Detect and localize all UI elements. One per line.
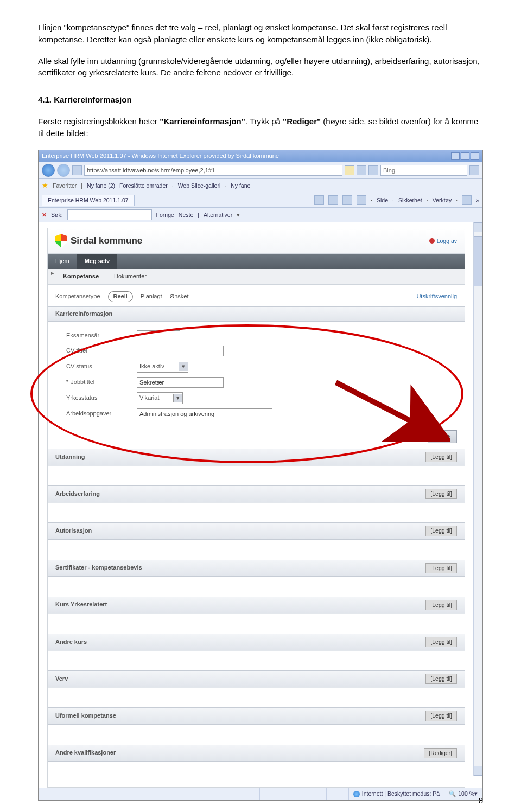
scroll-up-arrow[interactable] (474, 222, 482, 232)
refresh-icon[interactable] (357, 165, 366, 175)
chevron-down-icon: ▾ (179, 362, 188, 371)
browser-tab[interactable]: Enterprise HRM Web 2011.1.07 (42, 195, 135, 206)
help-icon[interactable] (462, 195, 472, 205)
find-label: Søk: (51, 211, 63, 219)
close-button[interactable] (471, 152, 479, 160)
section-positions[interactable]: Verv [Legg til] (48, 670, 465, 687)
find-input[interactable] (67, 209, 152, 220)
section-informal[interactable]: Uformell kompetanse [Legg til] (48, 707, 465, 724)
section-experience[interactable]: Arbeidserfaring [Legg til] (48, 485, 465, 502)
label-job-title: *Jobbtittel (66, 378, 137, 387)
lock-icon (345, 165, 354, 175)
stop-icon[interactable] (368, 165, 378, 175)
section-other-qualifications[interactable]: Andre kvalifikasjoner [Rediger] (48, 745, 465, 762)
mail-icon[interactable] (342, 195, 352, 205)
save-button[interactable]: Lagre (428, 430, 457, 443)
star-icon[interactable]: ★ (42, 181, 48, 191)
fav-link-4[interactable]: Ny fane (231, 182, 250, 190)
add-positions-button[interactable]: [Legg til] (425, 674, 457, 684)
label-work-status: Yrkesstatus (66, 394, 137, 402)
label-cv-title: CV tittel (66, 347, 137, 355)
cancel-button[interactable]: Avbryt (402, 433, 418, 439)
section-related-courses[interactable]: Kurs Yrkesrelatert [Legg til] (48, 597, 465, 613)
logout-link[interactable]: Logg av (429, 237, 457, 245)
minimize-button[interactable] (451, 152, 460, 160)
ktype-planned[interactable]: Planlagt (141, 292, 162, 301)
find-bar: ✕ Søk: Forrige Neste | Alternativer ▾ (39, 208, 482, 222)
scroll-thumb[interactable] (474, 236, 482, 286)
brand: Sirdal kommune (55, 234, 142, 248)
print-icon[interactable] (357, 195, 366, 205)
browser-search-input[interactable] (380, 165, 467, 176)
page-number: 8 (479, 795, 483, 807)
scrollbar[interactable] (473, 222, 482, 776)
print-friendly-link[interactable]: Utskriftsvennlig (416, 292, 457, 301)
address-input[interactable] (84, 165, 342, 176)
menu-self[interactable]: Meg selv (77, 254, 117, 269)
fav-link-2[interactable]: Foreslåtte områder (119, 182, 168, 190)
section-other-courses[interactable]: Andre kurs [Legg til] (48, 634, 465, 650)
paragraph-2: Alle skal fylle inn utdanning (grunnskol… (38, 55, 483, 79)
career-form: Eksamensår CV tittel CV status Ikke akti… (48, 322, 465, 427)
add-experience-button[interactable]: [Legg til] (425, 489, 457, 499)
add-related-courses-button[interactable]: [Legg til] (425, 600, 457, 610)
feeds-icon[interactable] (328, 195, 338, 205)
window-title: Enterprise HRM Web 2011.1.07 - Windows I… (42, 152, 279, 161)
page-icon (72, 165, 82, 175)
ktype-real[interactable]: Reell (108, 291, 133, 302)
safety-menu[interactable]: Sikkerhet (398, 196, 422, 204)
home-icon[interactable] (314, 195, 324, 205)
section-certificates[interactable]: Sertifikater - kompetansebevis [Legg til… (48, 560, 465, 577)
select-work-status[interactable]: Vikariat▾ (137, 392, 183, 404)
section-career[interactable]: Karriereinformasjon (48, 306, 465, 322)
input-cv-title[interactable] (137, 346, 224, 356)
maximize-button[interactable] (461, 152, 469, 160)
fav-link-3[interactable]: Web Slice-galleri (178, 182, 221, 190)
section-heading: 4.1. Karriereinformasjon (38, 94, 483, 106)
globe-icon (353, 791, 360, 797)
tab-bar: Enterprise HRM Web 2011.1.07 · Side· Sik… (39, 193, 482, 208)
tools-menu[interactable]: Verktøy (433, 196, 452, 204)
logout-icon (429, 238, 435, 244)
page-menu[interactable]: Side (377, 196, 388, 204)
chevron-down-icon: ▾ (173, 394, 182, 402)
section-education[interactable]: Utdanning [Legg til] (48, 449, 465, 465)
submenu-documents[interactable]: Dokumenter (106, 269, 154, 284)
status-bar: Internett | Beskyttet modus: På 🔍100 % ▾ (39, 788, 482, 800)
screenshot-container: Enterprise HRM Web 2011.1.07 - Windows I… (38, 150, 483, 801)
page-content: Sirdal kommune Logg av Hjem Meg selv ▸ K… (39, 222, 482, 788)
select-cv-status[interactable]: Ikke aktiv▾ (137, 361, 188, 373)
status-zoom[interactable]: 🔍100 % ▾ (444, 788, 482, 800)
address-bar-row (39, 162, 482, 179)
sub-menu: ▸ Kompetanse Dokumenter (48, 269, 465, 285)
add-certificates-button[interactable]: [Legg til] (425, 563, 457, 573)
label-tasks: Arbeidsoppgaver (66, 410, 137, 418)
find-next-button[interactable]: Neste (179, 211, 193, 219)
form-button-row: Avbryt Lagre (48, 427, 465, 449)
submenu-competence[interactable]: Kompetanse (55, 269, 106, 284)
fav-link-1[interactable]: Ny fane (2) (87, 182, 115, 190)
input-exam-year[interactable] (137, 330, 180, 341)
menu-home[interactable]: Hjem (48, 254, 77, 269)
input-tasks[interactable] (137, 408, 272, 419)
app-header: Sirdal kommune Logg av (48, 228, 465, 254)
paragraph-1: I linjen "kompetansetype" finnes det tre… (38, 22, 483, 46)
add-other-courses-button[interactable]: [Legg til] (425, 637, 457, 647)
find-prev-button[interactable]: Forrige (156, 211, 174, 219)
forward-button[interactable] (57, 164, 70, 177)
label-cv-status: CV status (66, 362, 137, 371)
search-icon[interactable] (469, 165, 479, 175)
window-titlebar: Enterprise HRM Web 2011.1.07 - Windows I… (39, 150, 482, 162)
scroll-down-arrow[interactable] (474, 766, 482, 776)
add-informal-button[interactable]: [Legg til] (425, 711, 457, 721)
find-options[interactable]: Alternativer (204, 211, 232, 219)
section-authorization[interactable]: Autorisasjon [Legg til] (48, 522, 465, 539)
add-education-button[interactable]: [Legg til] (425, 452, 457, 462)
input-job-title[interactable] (137, 377, 224, 388)
edit-other-qualifications-button[interactable]: [Rediger] (424, 748, 457, 758)
back-button[interactable] (42, 164, 55, 177)
ktype-wanted[interactable]: Ønsket (170, 292, 189, 301)
paragraph-3: Første registreringsblokken heter "Karri… (38, 116, 483, 139)
app-body: Kompetansetype Reell Planlagt Ønsket Uts… (48, 285, 465, 787)
add-authorization-button[interactable]: [Legg til] (425, 526, 457, 536)
